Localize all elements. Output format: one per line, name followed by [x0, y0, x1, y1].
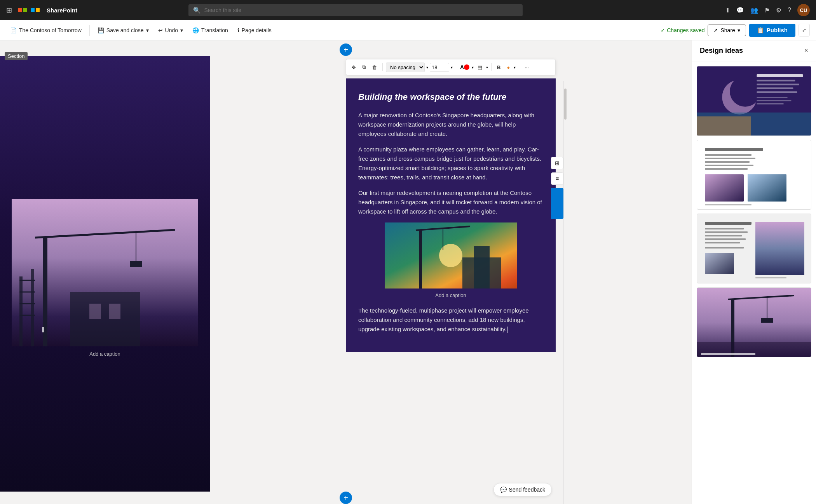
svg-rect-18 — [419, 230, 422, 288]
svg-rect-29 — [757, 91, 797, 93]
svg-rect-26 — [757, 80, 795, 82]
collapse-icon: ⤢ — [802, 27, 806, 33]
share-button-label: Share — [720, 27, 735, 33]
right-panel-toggle-1[interactable]: ⊞ — [551, 157, 563, 169]
collapse-button[interactable]: ⤢ — [799, 24, 810, 36]
copy-button[interactable]: ⧉ — [360, 63, 368, 72]
svg-rect-51 — [705, 235, 742, 236]
flag-icon[interactable]: ⚑ — [764, 7, 770, 14]
page-icon: 📄 — [10, 27, 17, 33]
panel-content — [692, 61, 816, 504]
svg-rect-14 — [42, 327, 44, 332]
svg-rect-39 — [705, 161, 750, 163]
highlight-button[interactable]: ▤ — [475, 63, 485, 72]
svg-rect-31 — [697, 116, 751, 136]
share-dropdown-icon: ▾ — [738, 27, 740, 33]
publish-label: Publish — [767, 27, 788, 33]
page-name-label: The Contoso of Tomorrow — [19, 27, 82, 33]
font-color-dropdown: ▾ — [472, 65, 474, 70]
publish-button[interactable]: 📋 Publish — [749, 24, 795, 37]
save-close-label: Save and close — [106, 27, 144, 33]
undo-icon: ↩ — [158, 27, 163, 33]
editor-para-1: A major renovation of Contoso's Singapor… — [358, 111, 543, 139]
svg-rect-46 — [705, 204, 751, 205]
bold-button[interactable]: B — [495, 63, 503, 72]
search-input[interactable] — [204, 7, 518, 13]
add-section-bottom-button[interactable]: + — [340, 492, 352, 504]
check-icon: ✓ — [661, 27, 665, 33]
design-ideas-tab[interactable] — [551, 188, 563, 219]
editor-para-2: A community plaza where employees can ga… — [358, 145, 543, 182]
left-image-column: Add a caption — [0, 56, 210, 492]
editor-para-4: The technology-fueled, multiphase projec… — [358, 306, 543, 334]
top-navigation: ⊞ SharePoint 🔍 ⬆ 💬 👥 ⚑ ⚙ ? CU — [0, 0, 816, 20]
app-name: SharePoint — [47, 7, 77, 14]
svg-rect-49 — [705, 228, 744, 229]
undo-label: Undo — [165, 27, 178, 33]
save-close-button[interactable]: 💾 Save and close ▾ — [94, 25, 153, 36]
svg-rect-56 — [705, 253, 734, 274]
undo-button[interactable]: ↩ Undo ▾ — [154, 25, 187, 36]
microsoft-logo — [18, 8, 40, 12]
svg-rect-58 — [755, 222, 804, 275]
page-details-button[interactable]: ℹ Page details — [234, 25, 275, 36]
panel-title: Design ideas — [700, 47, 743, 55]
toolbar-separator-1 — [89, 25, 90, 36]
share-button[interactable]: ↗ Share ▾ — [708, 24, 746, 36]
toolbar-right: ✓ Changes saved ↗ Share ▾ 📋 Publish ⤢ — [661, 24, 810, 37]
svg-rect-43 — [705, 174, 744, 202]
emoji-button[interactable]: ● — [504, 63, 512, 72]
right-panel-toggle-2[interactable]: ≡ — [551, 172, 563, 185]
delete-button[interactable]: 🗑 — [370, 63, 379, 72]
design-idea-card-2[interactable] — [697, 140, 811, 210]
chat-icon[interactable]: 💬 — [736, 7, 744, 14]
construction-image — [12, 199, 198, 346]
design-idea-card-4[interactable] — [697, 287, 811, 357]
scroll-track[interactable] — [563, 81, 567, 504]
translation-button[interactable]: 🌐 Translation — [188, 25, 232, 36]
format-sep-2 — [456, 63, 456, 71]
add-section-top-button[interactable]: + — [340, 43, 352, 56]
send-feedback-button[interactable]: 💬 Send feedback — [493, 483, 552, 496]
panel-header: Design ideas × — [692, 40, 816, 61]
waffle-icon[interactable]: ⊞ — [6, 6, 12, 14]
size-dropdown-icon: ▾ — [451, 65, 453, 70]
font-color-button[interactable]: A — [459, 62, 470, 73]
people-icon[interactable]: 👥 — [750, 7, 758, 14]
left-image-caption[interactable]: Add a caption — [89, 351, 120, 357]
settings-icon[interactable]: ⚙ — [776, 7, 781, 14]
style-select[interactable]: No spacing — [386, 63, 425, 72]
publish-icon: 📋 — [757, 27, 764, 34]
design-idea-card-3[interactable] — [697, 214, 811, 283]
inner-image-caption[interactable]: Add a caption — [435, 292, 466, 300]
svg-rect-36 — [705, 148, 763, 151]
svg-rect-33 — [757, 100, 791, 101]
scroll-thumb[interactable] — [564, 89, 567, 120]
help-icon[interactable]: ? — [788, 7, 791, 14]
more-options-button[interactable]: ··· — [522, 63, 531, 72]
search-bar[interactable]: 🔍 — [188, 4, 523, 16]
panel-close-button[interactable]: × — [804, 47, 808, 55]
text-editor-wrapper: ✥ ⧉ 🗑 No spacing ▾ ▾ A ▾ — [210, 56, 692, 492]
svg-rect-66 — [701, 353, 755, 355]
svg-rect-53 — [705, 242, 740, 243]
svg-rect-28 — [757, 87, 793, 89]
font-size-input[interactable] — [430, 63, 449, 72]
page-name-item[interactable]: 📄 The Contoso of Tomorrow — [6, 25, 85, 36]
text-editor-content[interactable]: Building the workspace of the future A m… — [346, 78, 556, 352]
changes-saved-label: Changes saved — [667, 27, 704, 33]
changes-saved-status: ✓ Changes saved — [661, 27, 704, 33]
svg-rect-5 — [19, 276, 23, 346]
svg-rect-52 — [705, 238, 746, 240]
share-icon[interactable]: ⬆ — [725, 7, 730, 14]
toolbar: 📄 The Contoso of Tomorrow 💾 Save and clo… — [0, 20, 816, 40]
design-idea-card-1[interactable] — [697, 66, 811, 136]
top-nav-actions: ⬆ 💬 👥 ⚑ ⚙ ? CU — [725, 4, 810, 16]
svg-rect-12 — [89, 304, 101, 319]
avatar[interactable]: CU — [797, 4, 810, 16]
font-color-A: A — [460, 64, 464, 70]
design-ideas-panel: Design ideas × — [692, 40, 816, 504]
svg-rect-54 — [705, 247, 744, 249]
save-close-dropdown-icon: ▾ — [146, 27, 149, 33]
move-tool-button[interactable]: ✥ — [349, 63, 358, 72]
